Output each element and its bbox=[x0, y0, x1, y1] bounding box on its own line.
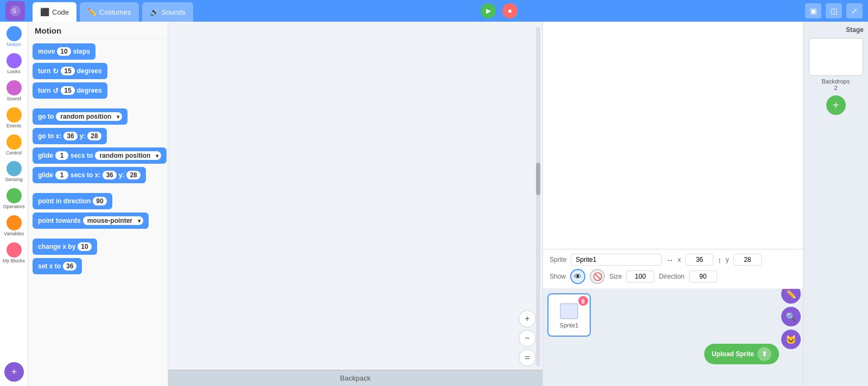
upload-sprite-label: Upload Sprite bbox=[712, 350, 754, 358]
stage-panel: Stage Backdrops 2 + bbox=[803, 22, 868, 386]
x-arrow-icon: ↔ bbox=[666, 256, 673, 264]
zoom-out-button[interactable]: − bbox=[519, 330, 536, 347]
size-label: Size bbox=[609, 273, 622, 280]
block-glide-to[interactable]: glide 1 secs to random position bbox=[33, 147, 167, 164]
turn-ccw-icon bbox=[53, 87, 59, 95]
right-panel: Sprite ↔ x ↕ y Show 👁 🚫 Size Direction bbox=[542, 22, 803, 386]
tab-sounds-label: Sounds bbox=[162, 8, 186, 16]
stage-thumbnail[interactable] bbox=[809, 38, 863, 76]
events-circle bbox=[7, 107, 22, 123]
scrollbar-thumb[interactable] bbox=[536, 163, 540, 195]
cat-events-label: Events bbox=[7, 124, 22, 129]
cat-control-label: Control bbox=[6, 151, 22, 156]
backdrops-count: 2 bbox=[803, 85, 868, 91]
block-point-towards[interactable]: point towards mouse-pointer bbox=[33, 213, 149, 229]
block-goto[interactable]: go to random position bbox=[33, 108, 127, 125]
sprite-label: Sprite bbox=[550, 256, 566, 263]
upload-icon: ⬆ bbox=[757, 347, 771, 361]
point-towards-dropdown[interactable]: mouse-pointer bbox=[83, 216, 143, 225]
cat-myblocks-label: My Blocks bbox=[3, 259, 25, 264]
cat-sound[interactable]: Sound bbox=[0, 78, 28, 104]
sprite-action-buttons: ✨ ✏️ 🔍 🐱 bbox=[781, 289, 801, 349]
block-glide-xy[interactable]: glide 1 secs to x: 36 y: 28 bbox=[33, 167, 146, 183]
view-controls: ▣ ◫ ⤢ bbox=[805, 3, 863, 18]
small-stage-button[interactable]: ▣ bbox=[805, 3, 821, 18]
cat-motion[interactable]: Motion bbox=[0, 24, 28, 50]
sound-circle bbox=[7, 80, 22, 95]
svg-text:S: S bbox=[12, 8, 16, 14]
sprite-thumb-label: Sprite1 bbox=[560, 322, 579, 329]
block-point-dir[interactable]: point in direction 90 bbox=[33, 193, 112, 209]
surprise-sprite-button[interactable]: ✏️ bbox=[781, 289, 801, 304]
add-backdrop-button[interactable]: + bbox=[826, 95, 846, 115]
x-label: x bbox=[678, 256, 681, 263]
vertical-scrollbar[interactable] bbox=[536, 27, 540, 366]
show-button[interactable]: 👁 bbox=[570, 269, 585, 284]
block-change-x[interactable]: change x by 10 bbox=[33, 239, 97, 255]
cat-events[interactable]: Events bbox=[0, 105, 28, 131]
code-area[interactable]: + − = Backpack bbox=[168, 22, 542, 386]
sprite-thumb-sprite1[interactable]: 🗑 Sprite1 bbox=[547, 293, 591, 337]
block-set-x[interactable]: set x to 36 bbox=[33, 258, 82, 274]
top-bar: S ⬛ Code ✏️ Costumes 🔊 Sounds ▣ ◫ ⤢ bbox=[0, 0, 868, 22]
cat-sound-label: Sound bbox=[7, 97, 21, 102]
sprite-preview-image bbox=[558, 301, 580, 321]
cat-my-blocks[interactable]: My Blocks bbox=[0, 240, 28, 266]
glide-to-dropdown[interactable]: random position bbox=[95, 151, 161, 160]
large-stage-button[interactable]: ◫ bbox=[826, 3, 842, 18]
sprite-controls: Sprite ↔ x ↕ y Show 👁 🚫 Size Direction bbox=[543, 249, 803, 289]
cat-looks[interactable]: Looks bbox=[0, 51, 28, 77]
cat-operators[interactable]: Operators bbox=[0, 186, 28, 212]
zoom-reset-button[interactable]: = bbox=[519, 349, 536, 366]
category-panel: Motion Looks Sound Events Control Sensin… bbox=[0, 22, 28, 386]
size-input[interactable] bbox=[626, 271, 654, 282]
direction-input[interactable] bbox=[689, 271, 717, 282]
tab-sounds[interactable]: 🔊 Sounds bbox=[142, 2, 193, 22]
sprite-show-row: Show 👁 🚫 Size Direction bbox=[550, 269, 796, 284]
tab-bar: ⬛ Code ✏️ Costumes 🔊 Sounds bbox=[33, 0, 193, 22]
cat-control[interactable]: Control bbox=[0, 132, 28, 158]
main-layout: Motion Looks Sound Events Control Sensin… bbox=[0, 22, 868, 386]
sprite-delete-button[interactable]: 🗑 bbox=[578, 296, 588, 306]
zoom-in-button[interactable]: + bbox=[519, 310, 536, 327]
cat-sensing[interactable]: Sensing bbox=[0, 159, 28, 185]
blocks-panel-header: Motion bbox=[28, 22, 168, 39]
variables-circle bbox=[7, 215, 22, 230]
block-turn-cw[interactable]: turn 15 degrees bbox=[33, 63, 107, 79]
direction-label: Direction bbox=[659, 273, 684, 280]
add-sprite-main-button[interactable]: 🐱 bbox=[781, 330, 801, 349]
sounds-icon: 🔊 bbox=[150, 8, 159, 16]
tab-costumes[interactable]: ✏️ Costumes bbox=[80, 2, 139, 22]
hide-button[interactable]: 🚫 bbox=[590, 269, 605, 284]
cat-sensing-label: Sensing bbox=[5, 177, 23, 183]
code-icon: ⬛ bbox=[40, 8, 49, 16]
block-gotoxy[interactable]: go to x: 36 y: 28 bbox=[33, 128, 107, 144]
block-turn-ccw[interactable]: turn 15 degrees bbox=[33, 82, 107, 99]
cat-variables-label: Variables bbox=[4, 231, 24, 237]
myblocks-circle bbox=[7, 242, 22, 258]
tab-costumes-label: Costumes bbox=[99, 8, 131, 16]
cat-motion-label: Motion bbox=[7, 42, 21, 48]
cat-looks-label: Looks bbox=[7, 69, 20, 75]
sensing-circle bbox=[7, 161, 22, 176]
sprite-y-input[interactable] bbox=[733, 254, 762, 266]
backpack-label: Backpack bbox=[340, 374, 371, 382]
sprite-name-input[interactable] bbox=[571, 254, 662, 266]
cat-variables[interactable]: Variables bbox=[0, 213, 28, 239]
zoom-controls: + − = bbox=[519, 310, 536, 366]
tab-code-label: Code bbox=[52, 8, 69, 16]
tab-code[interactable]: ⬛ Code bbox=[33, 2, 76, 22]
goto-dropdown[interactable]: random position bbox=[56, 112, 122, 121]
sprite-tray: 🗑 Sprite1 Upload Sprite ⬆ ✨ ✏️ 🔍 🐱 bbox=[543, 289, 803, 386]
green-flag-button[interactable] bbox=[481, 3, 496, 18]
block-move[interactable]: move 10 steps bbox=[33, 43, 95, 60]
search-sprite-button[interactable]: 🔍 bbox=[781, 307, 801, 326]
sprite-info-row: Sprite ↔ x ↕ y bbox=[550, 254, 796, 266]
stop-button[interactable] bbox=[502, 3, 518, 18]
show-label: Show bbox=[550, 273, 566, 280]
upload-sprite-button[interactable]: Upload Sprite ⬆ bbox=[704, 344, 779, 364]
sprite-x-input[interactable] bbox=[685, 254, 713, 266]
backpack-bar[interactable]: Backpack bbox=[168, 370, 542, 386]
fullscreen-button[interactable]: ⤢ bbox=[846, 3, 863, 18]
playback-controls bbox=[197, 3, 801, 18]
